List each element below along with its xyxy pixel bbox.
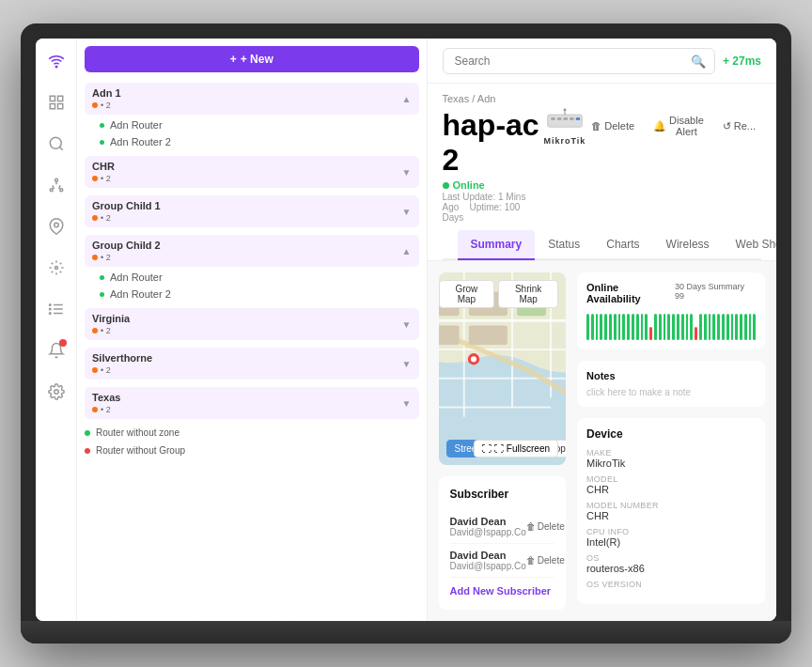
router-without-group[interactable]: Router without Group — [77, 442, 427, 459]
status-label: Online — [453, 179, 485, 191]
svg-point-16 — [49, 313, 51, 315]
orange-dot — [92, 255, 98, 260]
icon-bar — [36, 39, 77, 621]
avail-bar — [726, 314, 729, 340]
group-child2: Group Child 2 • 2 ▲ Adn Router — [77, 232, 427, 305]
device-status: Online — [443, 179, 544, 191]
nav-item-adn-router-2-c2[interactable]: Adn Router 2 — [85, 286, 419, 302]
trash-icon: 🗑 — [526, 521, 536, 532]
delete-button[interactable]: 🗑 Delete — [586, 117, 640, 134]
tab-webshell[interactable]: Web Shell — [723, 230, 776, 260]
group-child1: Group Child 1 • 2 ▼ — [77, 193, 427, 232]
wifi-icon[interactable] — [43, 48, 70, 74]
device-actions: 🗑 Delete 🔔 Disable Alert ↺ Re... — [586, 112, 761, 140]
map-icon[interactable] — [43, 213, 70, 240]
avail-bar — [649, 327, 652, 340]
group-silverthorne: Silverthorne • 2 ▼ — [77, 345, 427, 384]
svg-point-15 — [49, 308, 51, 310]
green-dot — [100, 275, 104, 280]
availability-card: Online Availability 30 Days Summary 99 — [577, 272, 765, 349]
avail-bar — [686, 314, 689, 340]
disable-alert-button[interactable]: 🔔 Disable Alert — [648, 112, 710, 140]
group-header-adn1[interactable]: Adn 1 • 2 ▲ — [85, 83, 419, 115]
group-dots-texas: • 2 — [92, 405, 120, 414]
search-input[interactable] — [443, 48, 715, 74]
info-label: CPU Info — [586, 527, 756, 536]
nav-item-adn-router-2[interactable]: Adn Router 2 — [85, 133, 419, 150]
refresh-icon: ↺ — [723, 120, 731, 132]
svg-rect-3 — [50, 104, 55, 109]
nav-item-adn-router[interactable]: Adn Router — [85, 116, 419, 133]
tab-charts[interactable]: Charts — [593, 230, 652, 260]
settings-icon[interactable] — [43, 379, 70, 405]
orange-dot — [92, 328, 98, 334]
chevron-down-icon: ▼ — [402, 398, 412, 409]
notes-placeholder[interactable]: click here to make a note — [586, 387, 756, 397]
dashboard-icon[interactable] — [43, 89, 70, 116]
subscriber-section: Subscriber David Dean David@Ispapp.Co — [439, 476, 567, 610]
alert-icon[interactable] — [43, 337, 70, 364]
network-icon[interactable] — [43, 255, 70, 281]
device-title-row: hap-ac 2 Online Last Update: 1 Mins Ago … — [443, 108, 762, 230]
list-icon[interactable] — [43, 296, 70, 322]
avail-bar — [596, 314, 599, 340]
info-value: MikroTik — [586, 458, 756, 469]
subscriber-actions-1: 🗑 Delete View Profile — [526, 517, 566, 537]
group-name-chr: CHR — [92, 161, 115, 172]
group-header-child2[interactable]: Group Child 2 • 2 ▲ — [85, 235, 419, 267]
reload-button[interactable]: ↺ Re... — [717, 117, 761, 135]
tab-wireless[interactable]: Wireless — [653, 230, 723, 260]
svg-rect-20 — [557, 117, 561, 120]
orange-dot — [92, 102, 98, 108]
trash-icon: 🗑 — [526, 555, 536, 566]
nav-list: + + New Adn 1 • 2 ▲ — [77, 39, 428, 621]
avail-bar — [749, 314, 752, 340]
router-without-zone[interactable]: Router without zone — [77, 424, 427, 442]
chevron-down-icon: ▼ — [402, 319, 412, 330]
avail-bar — [690, 314, 693, 340]
orange-dot — [92, 367, 98, 373]
tab-status[interactable]: Status — [535, 230, 593, 260]
nodes-icon[interactable] — [43, 172, 70, 198]
group-header-chr[interactable]: CHR • 2 ▼ — [85, 156, 419, 188]
device-logo-area: MikroTik — [543, 108, 586, 146]
group-children-adn1: Adn Router Adn Router 2 — [85, 116, 419, 150]
avail-bar — [753, 314, 756, 340]
nav-item-adn-router-c2[interactable]: Adn Router — [85, 269, 419, 286]
new-button[interactable]: + + New — [85, 46, 419, 72]
breadcrumb: Texas / Adn — [443, 93, 762, 104]
group-name-silverthorne: Silverthorne — [92, 352, 152, 364]
subscriber-name-1: David Dean — [450, 516, 526, 527]
search-icon[interactable] — [43, 131, 70, 157]
group-dots-child1: • 2 — [92, 213, 161, 223]
device-title-left: hap-ac 2 Online Last Update: 1 Mins Ago … — [443, 108, 544, 223]
group-header-silverthorne[interactable]: Silverthorne • 2 ▼ — [85, 348, 419, 380]
last-update: Last Update: 1 Mins Ago Uptime: 100 Days — [443, 192, 544, 223]
avail-bar — [627, 314, 630, 340]
grow-map-button[interactable]: Grow Map — [439, 280, 495, 308]
shrink-map-button[interactable]: Shrink Map — [498, 280, 558, 308]
green-dot — [85, 430, 90, 436]
group-dots-child2: • 2 — [92, 253, 161, 262]
green-dot — [100, 123, 104, 128]
subscriber-delete-1[interactable]: 🗑 Delete — [526, 521, 565, 532]
fullscreen-icon: ⛶ — [482, 443, 492, 454]
group-header-child1[interactable]: Group Child 1 • 2 ▼ — [85, 195, 419, 227]
subscriber-delete-2[interactable]: 🗑 Delete — [526, 555, 565, 566]
group-name-texas: Texas — [92, 392, 120, 403]
fullscreen-button[interactable]: ⛶ ⛶ Fullscreen — [474, 440, 558, 458]
subscriber-email-2: David@Ispapp.Co — [450, 561, 526, 571]
tab-summary[interactable]: Summary — [458, 230, 536, 260]
avail-bar — [722, 314, 725, 340]
device-info-row: OS routeros-x86 — [586, 553, 756, 574]
map-container: Grow Map Shrink Map Street Satellite Top… — [439, 272, 567, 465]
availability-title: Online Availability — [586, 282, 675, 304]
group-header-texas[interactable]: Texas • 2 ▼ — [85, 387, 419, 419]
info-label: Model Number — [586, 501, 756, 510]
group-chr: CHR • 2 ▼ — [77, 153, 427, 193]
add-subscriber-button[interactable]: Add New Subscriber — [450, 585, 552, 597]
device-info-rows: Make MikroTik Model CHR Model Number CHR… — [586, 448, 756, 589]
group-header-virginia[interactable]: Virginia • 2 ▼ — [85, 308, 419, 340]
chevron-up-icon: ▲ — [402, 94, 412, 104]
main-content: 🔍 + 27ms Texas / Adn hap-ac 2 Online — [428, 39, 777, 621]
